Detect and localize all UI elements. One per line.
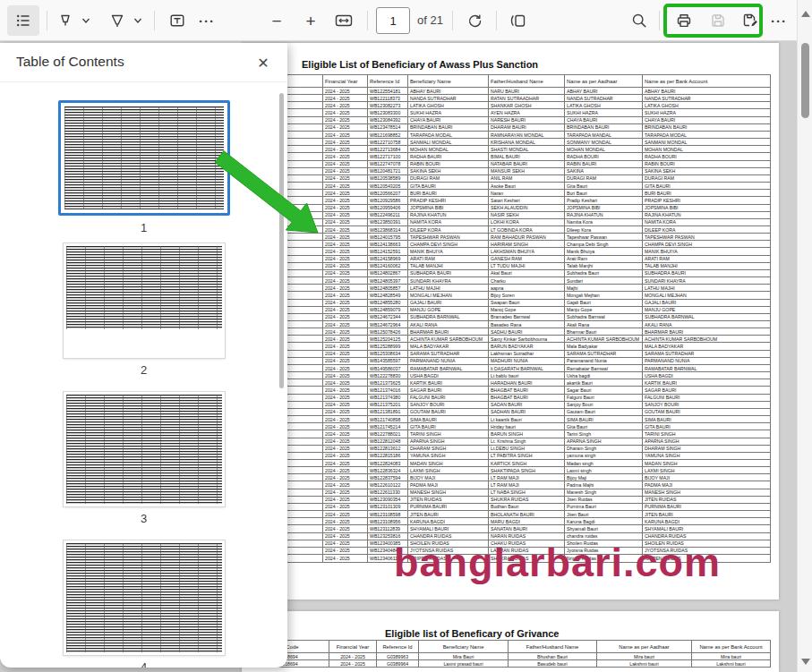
zoom-out-button[interactable]: − xyxy=(263,5,290,36)
table-cell: SIMA BAURI xyxy=(565,416,643,423)
table-cell: TARINI SINGH xyxy=(643,430,771,438)
table-cell: 2024 - 2025 xyxy=(323,285,368,292)
page-view-button[interactable] xyxy=(503,5,534,36)
table-cell: KARTIK BAURI xyxy=(643,379,771,387)
table-row: R|3186792024 - 2025WB121740898SIMA BAURI… xyxy=(243,416,771,423)
panel-scrollbar[interactable] xyxy=(279,93,284,388)
table-cell: 2024 - 2025 xyxy=(329,653,377,660)
table-cell: WB122554181 xyxy=(368,88,408,95)
thumbnail-item-2[interactable]: 2 xyxy=(0,243,287,377)
page-thumbnail[interactable] xyxy=(64,392,225,506)
pen-tool-button[interactable] xyxy=(52,5,79,36)
save-as-button[interactable] xyxy=(736,5,765,36)
table-cell: WB122118373 xyxy=(368,95,408,102)
table-cell: ABHAY BAURI xyxy=(565,88,643,95)
table-cell: Falguni Bauri xyxy=(565,394,643,401)
table-cell: MADAN SINGH xyxy=(408,459,489,466)
page-thumbnail[interactable] xyxy=(64,540,225,655)
table-row: 3186882024 - 2025WB124160062TALAB MANJHI… xyxy=(243,262,771,269)
table-cell: 2024 - 2025 xyxy=(323,292,368,299)
divider xyxy=(367,11,368,30)
table-cell: KARUNA BAGDI xyxy=(408,518,489,525)
table-cell: 2024 - 2025 xyxy=(323,306,368,313)
table-of-contents-button[interactable] xyxy=(7,5,39,36)
scroll-down-icon[interactable] xyxy=(801,659,810,665)
table-cell: YAMUNA SINGH xyxy=(408,452,489,459)
table-row: R|3186792024 - 2025WB121373625KARTIK BAU… xyxy=(243,379,771,387)
table-cell: BHARMAR BAURI xyxy=(643,328,771,336)
table-cell: 2024 - 2025 xyxy=(323,467,368,474)
thumbnail-label: 4 xyxy=(0,660,287,668)
more-tools-button[interactable]: ··· xyxy=(193,5,220,36)
table-cell: BARUN BADYAKAR xyxy=(489,343,565,350)
table-cell: MONGALI MEJHAN xyxy=(643,292,771,299)
table-cell: Basadeo Rana xyxy=(489,321,565,328)
table-row: 3186882024 - 2025WB120538589DURAGI RAMAN… xyxy=(243,174,771,182)
table-cell: SIMA BAURI xyxy=(643,416,771,423)
table-cell: MANESH SINGH xyxy=(408,489,489,496)
table-cell: MALA BADYAKAR xyxy=(408,343,489,350)
add-text-button[interactable] xyxy=(163,5,192,36)
table-cell: Ramabatar Barnwal xyxy=(565,364,643,371)
page-thumbnail[interactable] xyxy=(64,243,225,358)
table-cell: 2024 - 2025 xyxy=(323,313,368,320)
table-cell: 2024 - 2025 xyxy=(323,474,368,481)
table-cell: SUNDARI KHAYRA xyxy=(643,277,771,285)
table-cell: 2024 - 2025 xyxy=(323,248,368,255)
page-thumbnail-selected[interactable] xyxy=(58,100,230,216)
thumbnail-item-3[interactable]: 3 xyxy=(0,392,287,525)
table-of-contents-icon xyxy=(14,12,32,30)
table-cell: SADHAN BAURI xyxy=(489,408,565,415)
table-cell: RAMNARAYAN MONDAL xyxy=(489,131,565,138)
window-scrollbar[interactable] xyxy=(797,0,812,672)
scroll-up-icon[interactable] xyxy=(801,11,810,17)
table-cell: Namita Kora xyxy=(565,218,643,225)
table-cell: WB123108598 xyxy=(368,511,408,518)
table-cell: Lt bablu bauri xyxy=(489,372,565,379)
table-cell: NARAN RUIDAS xyxy=(489,532,565,540)
chevron-down-icon xyxy=(132,15,143,26)
table-row: 3186932024 - 2025WB123101309PURNIMA BAUR… xyxy=(243,503,771,510)
thumbnail-item-4[interactable]: 4 xyxy=(0,540,287,668)
table-cell: CHAYA BAURI xyxy=(408,116,489,123)
table-cell: 2024 - 2025 xyxy=(329,660,377,668)
print-button[interactable] xyxy=(670,5,698,36)
table-cell: 2024 - 2025 xyxy=(323,496,368,503)
table-cell: RADHA BOURI xyxy=(643,153,771,160)
more-options-button[interactable]: ··· xyxy=(766,5,791,36)
table-cell: WB123850391 xyxy=(368,218,408,225)
thumbnail-label: 2 xyxy=(0,363,287,377)
table-cell: WB123082273 xyxy=(368,102,408,109)
table-cell: 2024 - 2025 xyxy=(323,255,368,262)
table-cell: PADMA MAJI xyxy=(643,481,771,489)
table-cell: LAXMI SINGH xyxy=(408,467,489,474)
table-cell: NANDA SUTRADHAR xyxy=(565,95,643,102)
table-cell: 2024 - 2025 xyxy=(323,394,368,401)
scrollbar-thumb[interactable] xyxy=(801,43,809,118)
rotate-button[interactable] xyxy=(460,5,489,36)
table-row: 3186882024 - 2025WB125308634SARAMA SUTRA… xyxy=(243,350,771,357)
table-cell: GITA BAURI xyxy=(408,183,489,190)
fit-to-width-button[interactable] xyxy=(329,5,358,36)
save-button[interactable] xyxy=(704,5,732,36)
table-cell: Shyamali Bauri xyxy=(565,525,643,532)
table-cell: PRADIP KESHRI xyxy=(408,197,489,204)
table-cell: Usha bagdi xyxy=(565,372,643,379)
highlighter-tool-button[interactable] xyxy=(104,5,131,36)
table-cell: WB124805397 xyxy=(368,277,408,285)
table-cell: Mira bauri xyxy=(692,653,771,660)
table-cell: WB125308634 xyxy=(368,350,408,357)
table-cell: WB123253816 xyxy=(368,532,408,540)
zoom-in-button[interactable]: + xyxy=(297,5,324,36)
thumbnail-item-1[interactable]: 1 xyxy=(0,100,287,234)
table-cell: LATHU MAJHI xyxy=(643,285,771,292)
pen-menu-button[interactable] xyxy=(77,5,95,36)
table-cell: WB121740898 xyxy=(368,416,408,423)
table-cell: 2024 - 2025 xyxy=(323,445,368,452)
highlighter-menu-button[interactable] xyxy=(129,5,147,36)
table-cell: WB124158969 xyxy=(368,255,408,262)
close-panel-button[interactable]: ✕ xyxy=(253,53,273,72)
search-button[interactable] xyxy=(625,5,654,36)
page-number-input[interactable] xyxy=(376,7,410,34)
table-cell: 2024 - 2025 xyxy=(323,540,368,547)
